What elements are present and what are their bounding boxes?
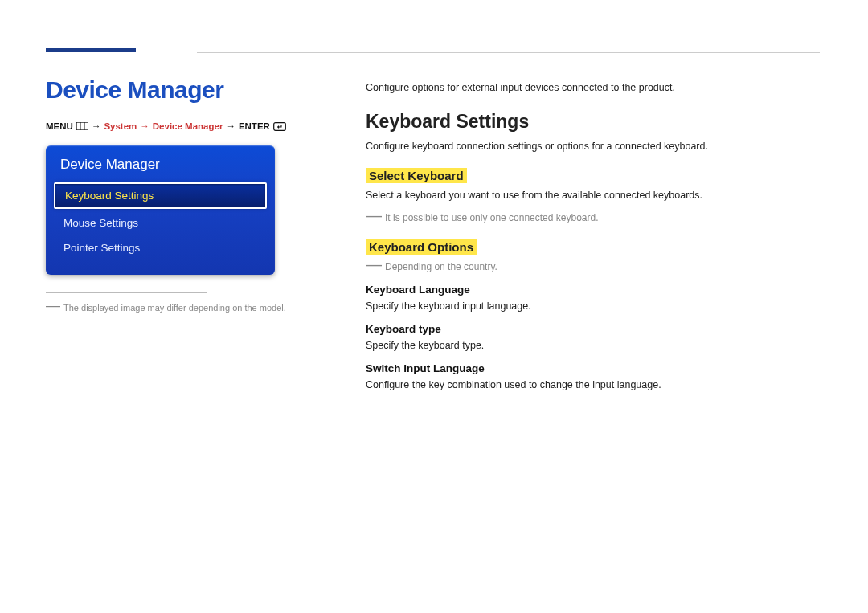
top-divider <box>197 52 820 53</box>
breadcrumb-enter-label: ENTER <box>239 121 270 131</box>
subheading-keyboard-options: Keyboard Options <box>366 239 477 255</box>
section-desc: Configure keyboard connection settings o… <box>366 141 820 152</box>
panel-title: Device Manager <box>46 152 275 182</box>
section-heading: Keyboard Settings <box>366 111 820 133</box>
keyboard-options-note-text: Depending on the country. <box>385 261 497 272</box>
arrow-icon: → <box>92 121 101 131</box>
content-column: Configure options for external input dev… <box>366 82 820 402</box>
accent-bar <box>46 48 136 52</box>
model-note: ― The displayed image may differ dependi… <box>46 301 303 315</box>
subheading-select-keyboard: Select Keyboard <box>366 168 467 183</box>
keyboard-options-note: ― Depending on the country. <box>366 261 820 272</box>
left-column: Device Manager MENU → System → Device Ma… <box>46 76 303 315</box>
panel-item-keyboard-settings[interactable]: Keyboard Settings <box>54 182 267 209</box>
option-heading-switch-input-language: Switch Input Language <box>366 362 820 374</box>
dash-icon: ― <box>366 261 382 268</box>
option-desc-keyboard-type: Specify the keyboard type. <box>366 340 820 351</box>
breadcrumb-menu-label: MENU <box>46 121 73 131</box>
breadcrumb-item-system: System <box>104 121 137 131</box>
left-divider <box>46 292 207 293</box>
svg-rect-0 <box>76 122 88 130</box>
breadcrumb-item-device-manager: Device Manager <box>153 121 223 131</box>
enter-icon <box>273 122 286 131</box>
select-keyboard-note-text: It is possible to use only one connected… <box>385 212 599 223</box>
intro-text: Configure options for external input dev… <box>366 82 820 93</box>
option-desc-switch-input-language: Configure the key combination used to ch… <box>366 379 820 390</box>
option-desc-keyboard-language: Specify the keyboard input language. <box>366 300 820 312</box>
select-keyboard-desc: Select a keyboard you want to use from t… <box>366 190 820 201</box>
arrow-icon: → <box>140 121 149 131</box>
dash-icon: ― <box>366 212 382 219</box>
panel-item-mouse-settings[interactable]: Mouse Settings <box>46 210 275 235</box>
arrow-icon: → <box>226 121 235 131</box>
settings-panel: Device Manager Keyboard Settings Mouse S… <box>46 145 275 275</box>
select-keyboard-note: ― It is possible to use only one connect… <box>366 212 820 223</box>
option-heading-keyboard-type: Keyboard type <box>366 323 820 335</box>
menu-icon <box>76 122 88 130</box>
option-heading-keyboard-language: Keyboard Language <box>366 284 820 296</box>
dash-icon: ― <box>46 301 60 315</box>
model-note-text: The displayed image may differ depending… <box>63 301 286 315</box>
page-title: Device Manager <box>46 76 303 104</box>
breadcrumb: MENU → System → Device Manager → ENTER <box>46 121 303 131</box>
panel-item-pointer-settings[interactable]: Pointer Settings <box>46 235 275 260</box>
